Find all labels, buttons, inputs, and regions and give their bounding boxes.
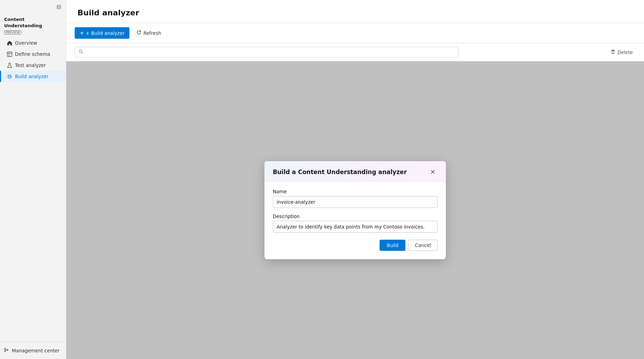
svg-line-6 xyxy=(82,52,83,54)
svg-rect-0 xyxy=(7,52,12,57)
build-icon xyxy=(7,74,12,79)
refresh-icon xyxy=(136,30,141,36)
cancel-button[interactable]: Cancel xyxy=(408,240,437,251)
sidebar-top: ⊟ xyxy=(0,0,66,14)
sidebar-item-build-analyzer[interactable]: Build analyzer xyxy=(0,71,66,82)
description-label: Description xyxy=(273,214,437,219)
dialog-header: Build a Content Understanding analyzer ✕ xyxy=(264,161,446,182)
name-form-group: Name xyxy=(273,189,437,208)
delete-icon xyxy=(611,49,615,55)
name-label: Name xyxy=(273,189,437,194)
table-icon xyxy=(7,51,12,57)
main-body: Build a Content Understanding analyzer ✕… xyxy=(66,61,644,359)
search-row: Delete xyxy=(66,43,644,61)
name-input[interactable] xyxy=(273,196,437,208)
sidebar-group-label: ContentUnderstanding xyxy=(4,16,62,29)
build-button[interactable]: Build xyxy=(380,240,405,251)
description-form-group: Description xyxy=(273,214,437,233)
sidebar-item-management-center[interactable]: Management center xyxy=(4,346,62,355)
sidebar: ⊟ ContentUnderstanding PREVIEW Overview xyxy=(0,0,66,359)
sidebar-collapse-button[interactable]: ⊟ xyxy=(55,3,62,11)
sidebar-item-build-analyzer-label: Build analyzer xyxy=(15,74,48,79)
dialog-title: Build a Content Understanding analyzer xyxy=(273,169,407,175)
home-icon xyxy=(7,40,12,46)
sidebar-group-section: ContentUnderstanding PREVIEW xyxy=(0,14,66,36)
sidebar-nav: Overview Define schema Test analyzer xyxy=(0,37,66,342)
sidebar-item-define-schema[interactable]: Define schema xyxy=(0,48,66,60)
sidebar-item-overview[interactable]: Overview xyxy=(0,37,66,48)
main-content: Build analyzer + + Build analyzer Refres… xyxy=(66,0,644,359)
test-icon xyxy=(7,62,12,68)
dialog-close-button[interactable]: ✕ xyxy=(428,168,437,176)
main-toolbar: + + Build analyzer Refresh xyxy=(66,23,644,43)
refresh-button[interactable]: Refresh xyxy=(132,28,165,38)
sidebar-item-define-schema-label: Define schema xyxy=(15,51,50,57)
close-icon: ✕ xyxy=(430,169,435,175)
management-center-icon xyxy=(4,347,9,353)
sidebar-item-overview-label: Overview xyxy=(15,40,37,46)
management-center-label: Management center xyxy=(12,348,60,353)
search-input[interactable] xyxy=(86,50,455,55)
delete-label: Delete xyxy=(617,50,633,55)
modal-overlay: Build a Content Understanding analyzer ✕… xyxy=(66,61,644,359)
search-bar xyxy=(75,47,458,58)
sidebar-bottom: Management center xyxy=(0,342,66,359)
description-input[interactable] xyxy=(273,221,437,233)
main-header: Build analyzer xyxy=(66,0,644,23)
dialog-body: Name Description Build Cancel xyxy=(264,182,446,259)
refresh-button-label: Refresh xyxy=(143,30,161,36)
build-analyzer-button[interactable]: + + Build analyzer xyxy=(75,27,129,39)
delete-button[interactable]: Delete xyxy=(608,47,636,57)
dialog-footer: Build Cancel xyxy=(273,238,437,251)
svg-point-3 xyxy=(8,75,11,78)
sidebar-item-test-analyzer-label: Test analyzer xyxy=(15,62,46,68)
sidebar-item-test-analyzer[interactable]: Test analyzer xyxy=(0,60,66,71)
plus-icon: + xyxy=(80,30,84,36)
collapse-icon: ⊟ xyxy=(57,4,61,10)
page-title: Build analyzer xyxy=(77,8,633,17)
build-analyzer-dialog: Build a Content Understanding analyzer ✕… xyxy=(264,161,446,259)
search-icon xyxy=(78,49,83,55)
build-analyzer-button-label: + Build analyzer xyxy=(85,30,125,36)
preview-badge: PREVIEW xyxy=(4,30,21,35)
